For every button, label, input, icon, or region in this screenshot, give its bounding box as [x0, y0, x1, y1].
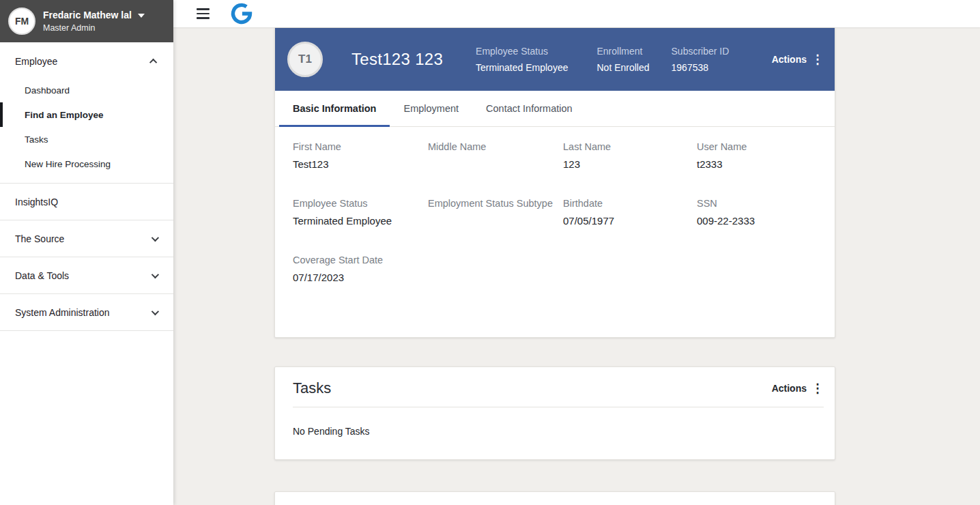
- field-last-name: Last Name 123: [563, 141, 697, 171]
- tab-contact-information[interactable]: Contact Information: [472, 91, 586, 126]
- g-logo-icon: [230, 1, 253, 27]
- sidebar-item-insightsiq[interactable]: InsightsIQ: [0, 184, 173, 220]
- stat-value: 1967538: [672, 62, 730, 73]
- stat-label: Enrollment: [596, 46, 649, 57]
- stat-value: Terminated Employee: [476, 62, 568, 73]
- benefits-card-header: Benefits & Family Actions ⋮: [275, 492, 835, 505]
- tasks-empty-message: No Pending Tasks: [275, 407, 835, 459]
- vertical-dots-icon: ⋮: [811, 53, 824, 66]
- sidebar-item-label: InsightsIQ: [15, 197, 58, 207]
- enrollment-stat: Enrollment Not Enrolled: [596, 46, 649, 73]
- field-first-name: First Name Test123: [293, 141, 428, 171]
- user-name: Fredaric Mathew lal: [43, 10, 132, 20]
- content-area: T1 Test123 123 Employee Status Terminate…: [173, 27, 980, 505]
- sidebar-group-employee: Employee Dashboard Find an Employee Task…: [0, 45, 173, 184]
- employee-status-stat: Employee Status Terminated Employee: [476, 46, 568, 73]
- vertical-dots-icon: ⋮: [811, 382, 824, 394]
- tab-employment[interactable]: Employment: [390, 91, 472, 126]
- subscriber-id-stat: Subscriber ID 1967538: [672, 46, 730, 73]
- employee-card: T1 Test123 123 Employee Status Terminate…: [274, 27, 835, 338]
- sidebar-item-the-source[interactable]: The Source: [0, 220, 173, 257]
- employee-actions-button[interactable]: Actions ⋮: [772, 53, 824, 66]
- sidebar-nav: Employee Dashboard Find an Employee Task…: [0, 42, 173, 505]
- sidebar-item-label: System Administration: [15, 307, 110, 318]
- employee-name: Test123 123: [351, 50, 443, 69]
- sidebar-item-find-an-employee[interactable]: Find an Employee: [0, 102, 173, 127]
- user-role: Master Admin: [43, 23, 145, 33]
- sidebar-item-label: Data & Tools: [15, 270, 69, 281]
- sidebar-item-dashboard[interactable]: Dashboard: [0, 78, 173, 102]
- chevron-down-icon: [152, 233, 159, 241]
- sidebar-item-tasks[interactable]: Tasks: [0, 127, 173, 152]
- sidebar-item-system-administration[interactable]: System Administration: [0, 294, 173, 331]
- field-ssn: SSN 009-22-2333: [697, 198, 817, 227]
- sidebar-item-data-and-tools[interactable]: Data & Tools: [0, 257, 173, 294]
- sidebar: FM Fredaric Mathew lal Master Admin Empl…: [0, 0, 173, 505]
- basic-information-fields: First Name Test123 Middle Name Last Name…: [275, 127, 835, 337]
- benefits-card: Benefits & Family Actions ⋮: [274, 491, 835, 505]
- chevron-down-icon: [152, 307, 159, 315]
- field-employment-status-subtype: Employment Status Subtype: [428, 198, 563, 227]
- menu-icon[interactable]: [195, 5, 211, 22]
- tasks-card: Tasks Actions ⋮ No Pending Tasks: [274, 366, 835, 460]
- field-employee-status: Employee Status Terminated Employee: [293, 198, 428, 227]
- sidebar-item-label: Employee: [15, 56, 57, 67]
- employee-header: T1 Test123 123 Employee Status Terminate…: [275, 28, 835, 91]
- user-menu[interactable]: FM Fredaric Mathew lal Master Admin: [0, 0, 173, 42]
- employee-tab-bar: Basic Information Employment Contact Inf…: [275, 91, 835, 127]
- caret-down-icon: [138, 14, 145, 18]
- app-root: FM Fredaric Mathew lal Master Admin Empl…: [0, 0, 980, 505]
- actions-label: Actions: [772, 383, 807, 394]
- tasks-actions-button[interactable]: Actions ⋮: [772, 382, 824, 394]
- user-meta: Fredaric Mathew lal Master Admin: [43, 10, 145, 33]
- stat-label: Employee Status: [476, 46, 568, 57]
- field-middle-name: Middle Name: [428, 141, 563, 171]
- tasks-card-header: Tasks Actions ⋮: [275, 367, 835, 407]
- field-coverage-start-date: Coverage Start Date 07/17/2023: [293, 255, 428, 284]
- field-birthdate: Birthdate 07/05/1977: [563, 198, 697, 227]
- chevron-down-icon: [152, 270, 159, 278]
- employee-avatar: T1: [287, 42, 323, 77]
- user-avatar: FM: [8, 8, 35, 35]
- tasks-title: Tasks: [293, 379, 331, 397]
- stat-label: Subscriber ID: [672, 46, 730, 57]
- sidebar-item-new-hire-processing[interactable]: New Hire Processing: [0, 152, 173, 176]
- brand-logo[interactable]: [230, 1, 253, 27]
- tab-basic-information[interactable]: Basic Information: [279, 91, 390, 126]
- topbar: [173, 0, 980, 27]
- stat-value: Not Enrolled: [596, 62, 649, 73]
- chevron-up-icon: [149, 59, 157, 66]
- sidebar-item-label: The Source: [15, 233, 64, 244]
- main-area: T1 Test123 123 Employee Status Terminate…: [173, 0, 980, 505]
- sidebar-item-employee[interactable]: Employee: [0, 45, 173, 78]
- actions-label: Actions: [772, 54, 807, 65]
- field-user-name: User Name t2333: [697, 141, 817, 171]
